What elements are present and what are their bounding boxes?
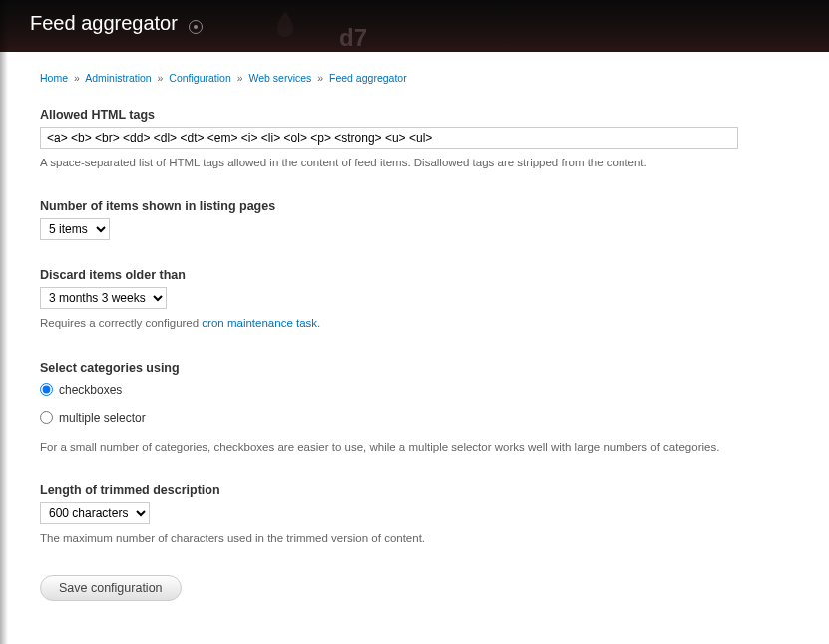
discard-select[interactable]: 3 months 3 weeks: [40, 287, 167, 309]
breadcrumb-home[interactable]: Home: [40, 72, 68, 84]
allowed-tags-input[interactable]: [40, 127, 738, 149]
radio-multiple[interactable]: [40, 411, 53, 424]
allowed-tags-description: A space-separated list of HTML tags allo…: [40, 155, 799, 171]
site-watermark: d7: [339, 24, 367, 52]
page-title: Feed aggregator: [30, 12, 178, 35]
num-items-label: Number of items shown in listing pages: [40, 199, 799, 213]
breadcrumb-separator: »: [237, 72, 243, 84]
trimmed-description: The maximum number of characters used in…: [40, 530, 799, 547]
breadcrumb: Home » Administration » Configuration » …: [40, 72, 799, 84]
radio-checkboxes[interactable]: [40, 383, 53, 396]
num-items-field: Number of items shown in listing pages 5…: [40, 199, 799, 240]
allowed-tags-field: Allowed HTML tags A space-separated list…: [40, 108, 799, 171]
breadcrumb-feed-aggregator[interactable]: Feed aggregator: [329, 72, 407, 84]
radio-multiple-row: multiple selector: [40, 411, 799, 425]
main-content: Home » Administration » Configuration » …: [0, 52, 829, 631]
breadcrumb-separator: »: [74, 72, 80, 84]
trimmed-field: Length of trimmed description 600 charac…: [40, 483, 799, 547]
drupal-logo-icon: [269, 10, 301, 42]
discard-label: Discard items older than: [40, 268, 799, 282]
breadcrumb-separator: »: [158, 72, 164, 84]
radio-multiple-label[interactable]: multiple selector: [59, 411, 146, 425]
radio-checkboxes-row: checkboxes: [40, 383, 799, 397]
num-items-select[interactable]: 5 items: [40, 218, 110, 240]
discard-description: Requires a correctly configured cron mai…: [40, 315, 799, 332]
breadcrumb-configuration[interactable]: Configuration: [169, 72, 230, 84]
breadcrumb-separator: »: [317, 72, 323, 84]
cron-link[interactable]: cron maintenance task: [202, 317, 317, 329]
save-button[interactable]: Save configuration: [40, 575, 182, 601]
trimmed-label: Length of trimmed description: [40, 483, 799, 497]
breadcrumb-web-services[interactable]: Web services: [249, 72, 312, 84]
allowed-tags-label: Allowed HTML tags: [40, 108, 799, 122]
categories-description: For a small number of categories, checkb…: [40, 439, 799, 456]
page-header: Feed aggregator d7: [0, 0, 829, 52]
categories-label: Select categories using: [40, 361, 799, 375]
discard-field: Discard items older than 3 months 3 week…: [40, 268, 799, 332]
settings-icon[interactable]: [189, 20, 203, 34]
categories-field: Select categories using checkboxes multi…: [40, 361, 799, 456]
trimmed-select[interactable]: 600 characters: [40, 502, 150, 524]
breadcrumb-administration[interactable]: Administration: [85, 72, 152, 84]
radio-checkboxes-label[interactable]: checkboxes: [59, 383, 122, 397]
